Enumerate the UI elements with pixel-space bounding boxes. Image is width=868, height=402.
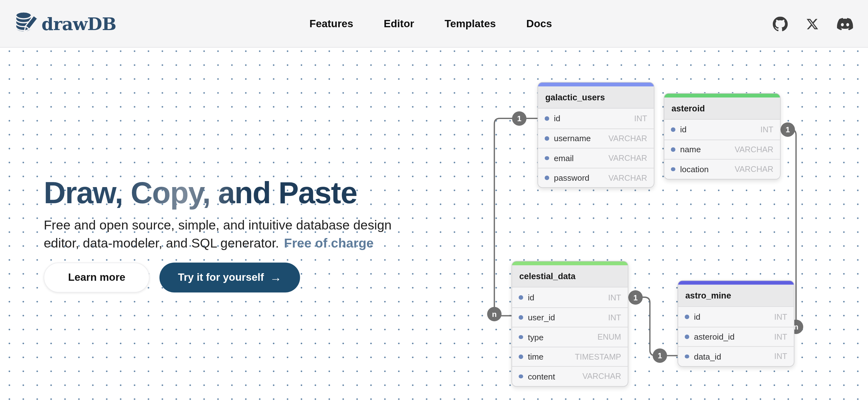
field-type: TIMESTAMP	[575, 352, 621, 361]
field-type: INT	[774, 352, 787, 361]
table-row: asteroid_id INT	[678, 327, 794, 346]
table-header: galactic_users	[538, 86, 654, 109]
table-row: time TIMESTAMP	[512, 347, 628, 366]
db-table-asteroid: asteroid id INT name VARCHAR location VA…	[664, 93, 780, 179]
field-dot-icon	[671, 127, 675, 132]
field-dot-icon	[545, 116, 549, 121]
cardinality-badge: n	[487, 307, 502, 322]
github-icon[interactable]	[773, 17, 788, 31]
db-table-astro-mine: astro_mine id INT asteroid_id INT data_i…	[678, 281, 794, 367]
table-header: asteroid	[664, 97, 780, 120]
field-dot-icon	[519, 315, 523, 319]
field-name: id	[554, 114, 634, 123]
table-name: celestial_data	[519, 271, 576, 281]
field-name: username	[554, 134, 609, 143]
field-type: INT	[634, 114, 647, 123]
social-links	[773, 0, 853, 48]
cardinality-badge: 1	[653, 348, 667, 363]
field-dot-icon	[519, 295, 523, 299]
cardinality-badge: 1	[781, 122, 795, 137]
table-row: data_id INT	[678, 346, 794, 366]
field-type: VARCHAR	[609, 153, 647, 162]
table-name: astro_mine	[685, 291, 731, 301]
table-row: type ENUM	[512, 327, 628, 347]
table-row: content VARCHAR	[512, 366, 628, 386]
field-dot-icon	[671, 167, 675, 171]
table-row: name VARCHAR	[664, 139, 780, 159]
x-icon[interactable]	[806, 18, 819, 30]
table-accent-bar	[538, 83, 654, 86]
top-navigation: drawDB Features Editor Templates Docs	[0, 0, 868, 48]
table-row: password VARCHAR	[538, 168, 654, 187]
field-dot-icon	[685, 315, 689, 319]
field-name: id	[694, 312, 774, 322]
field-name: email	[554, 153, 609, 163]
field-name: user_id	[528, 312, 608, 322]
nav-link-templates[interactable]: Templates	[444, 18, 496, 30]
field-name: asteroid_id	[694, 332, 774, 342]
table-row: location VARCHAR	[664, 159, 780, 178]
table-name: asteroid	[672, 103, 705, 113]
field-name: data_id	[694, 352, 774, 361]
field-name: id	[528, 292, 608, 302]
table-header: celestial_data	[512, 265, 628, 287]
db-table-celestial-data: celestial_data id INT user_id INT type E…	[512, 261, 628, 386]
field-dot-icon	[519, 374, 523, 378]
table-row: id INT	[664, 120, 780, 139]
table-row: id INT	[512, 287, 628, 307]
table-accent-bar	[512, 261, 628, 265]
field-dot-icon	[545, 176, 549, 180]
field-dot-icon	[545, 137, 549, 141]
field-dot-icon	[671, 147, 675, 152]
table-row: username VARCHAR	[538, 128, 654, 148]
table-row: id INT	[538, 109, 654, 128]
field-name: password	[554, 173, 609, 182]
field-type: INT	[774, 333, 787, 341]
table-header: astro_mine	[678, 285, 794, 307]
field-name: id	[680, 125, 761, 134]
field-name: type	[528, 333, 597, 342]
table-accent-bar	[664, 94, 780, 97]
field-type: VARCHAR	[609, 173, 647, 182]
field-dot-icon	[685, 335, 689, 339]
field-type: VARCHAR	[609, 134, 647, 143]
table-row: email VARCHAR	[538, 148, 654, 168]
field-dot-icon	[545, 156, 549, 160]
database-pencil-icon	[12, 10, 37, 37]
table-accent-bar	[678, 281, 794, 285]
field-dot-icon	[519, 335, 523, 339]
field-dot-icon	[519, 354, 523, 358]
nav-links: Features Editor Templates Docs	[309, 0, 552, 48]
table-name: galactic_users	[545, 92, 605, 102]
cardinality-badge: 1	[628, 290, 643, 305]
field-dot-icon	[685, 354, 689, 358]
field-name: time	[528, 352, 575, 362]
field-type: VARCHAR	[582, 372, 621, 381]
field-name: location	[680, 164, 735, 174]
logo-text: drawDB	[41, 14, 116, 34]
field-type: INT	[774, 312, 787, 321]
field-type: INT	[761, 125, 773, 134]
field-name: content	[528, 372, 583, 381]
nav-link-features[interactable]: Features	[309, 18, 353, 30]
field-type: INT	[608, 313, 621, 322]
nav-link-editor[interactable]: Editor	[384, 18, 414, 30]
db-table-galactic-users: galactic_users id INT username VARCHAR e…	[537, 82, 654, 188]
field-type: VARCHAR	[735, 145, 773, 154]
cardinality-badge: 1	[512, 111, 527, 126]
discord-icon[interactable]	[837, 16, 853, 32]
table-row: id INT	[678, 307, 794, 327]
field-type: INT	[608, 293, 621, 302]
nav-link-docs[interactable]: Docs	[526, 18, 552, 30]
field-name: name	[680, 145, 735, 154]
drawdb-landing-page: 1 n 1 1 1 n galactic_users id INT userna…	[0, 0, 868, 402]
table-row: user_id INT	[512, 307, 628, 327]
field-type: VARCHAR	[735, 165, 773, 173]
drawdb-logo[interactable]: drawDB	[12, 0, 116, 48]
field-type: ENUM	[597, 333, 621, 341]
relationship-line	[628, 297, 678, 356]
